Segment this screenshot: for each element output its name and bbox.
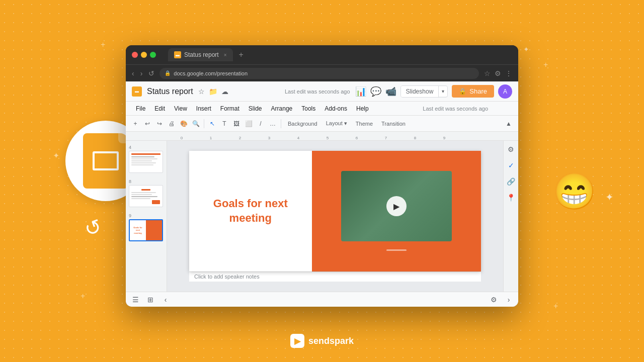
transition-btn[interactable]: Transition <box>377 120 410 128</box>
print-btn[interactable]: 🖨 <box>166 118 177 129</box>
slide-decorative-line <box>386 249 407 251</box>
maximize-window-button[interactable] <box>150 52 156 58</box>
menu-format[interactable]: Format <box>216 104 244 114</box>
menu-icon[interactable]: ⋮ <box>504 68 513 78</box>
shapes-btn[interactable]: ⬜ <box>243 118 254 129</box>
lock-icon: 🔒 <box>165 70 171 76</box>
video-thumbnail[interactable]: ▶ <box>341 171 452 241</box>
zoom-in-btn[interactable]: + <box>130 118 141 129</box>
comments-icon[interactable]: 💬 <box>370 86 381 97</box>
share-button[interactable]: 🔒 Share <box>452 85 494 98</box>
right-panel: ⚙ ✓ 🔗 📍 <box>503 141 518 292</box>
slide-list-view[interactable]: ☰ <box>130 294 141 305</box>
video-call-icon[interactable]: 📹 <box>385 86 396 97</box>
speaker-notes[interactable]: Click to add speaker notes <box>189 272 481 282</box>
slide-thumb-9[interactable]: Goals fornext meeting <box>129 219 163 241</box>
undo-btn[interactable]: ↩ <box>142 118 153 129</box>
emoji-decoration: 😁 <box>552 171 596 212</box>
menu-insert[interactable]: Insert <box>192 104 215 114</box>
ruler-mark-0: 0 <box>167 136 196 140</box>
deco-diamond-1: ✦ <box>605 191 614 203</box>
panel-settings-icon[interactable]: ⚙ <box>506 144 517 155</box>
extensions-icon[interactable]: ⚙ <box>494 68 502 78</box>
slide-grid-view[interactable]: ⊞ <box>145 294 156 305</box>
background-btn[interactable]: Background <box>284 120 321 128</box>
more-btn[interactable]: … <box>267 118 278 129</box>
slide-format-btns: Background Layout ▾ Theme Transition <box>284 119 410 128</box>
slide-panel: 4 8 <box>126 141 167 292</box>
menu-slide[interactable]: Slide <box>245 104 266 114</box>
play-button[interactable]: ▶ <box>386 196 407 216</box>
slide-canvas[interactable]: Goals for next meeting ▶ <box>189 151 481 272</box>
tab-close-button[interactable]: × <box>224 52 227 58</box>
browser-nav: ‹ › ↺ 🔒 docs.google.com/presentation ☆ ⚙… <box>126 64 518 81</box>
paint-format-btn[interactable]: 🎨 <box>178 118 189 129</box>
cloud-status-icon: ☁ <box>221 87 228 96</box>
bookmark-icon[interactable]: ☆ <box>483 68 492 78</box>
collapse-toolbar-btn[interactable]: ▲ <box>503 118 514 129</box>
ruler-mark-7: 7 <box>371 136 400 140</box>
close-window-button[interactable] <box>132 52 138 58</box>
image-btn[interactable]: 🖼 <box>231 118 242 129</box>
slide-thumb-4[interactable] <box>129 151 163 173</box>
cursor-btn[interactable]: ↖ <box>207 118 218 129</box>
text-btn[interactable]: T <box>219 118 230 129</box>
layout-btn[interactable]: Layout ▾ <box>322 119 351 128</box>
move-to-folder-button[interactable]: 📁 <box>209 87 217 96</box>
settings-icon[interactable]: ⚙ <box>488 294 499 305</box>
panel-location-icon[interactable]: 📍 <box>506 192 517 203</box>
browser-tab[interactable]: ▬ Status report × <box>168 48 233 61</box>
panel-link-icon[interactable]: 🔗 <box>506 176 517 187</box>
main-content: 4 8 <box>126 141 518 292</box>
slideshow-button[interactable]: Slideshow ▾ <box>400 85 448 98</box>
slide-thumb-8[interactable] <box>129 185 163 207</box>
autosave-status: Last edit was seconds ago <box>423 106 488 112</box>
star-button[interactable]: ☆ <box>198 87 205 96</box>
sendspark-branding: ▶ sendspark <box>290 334 354 348</box>
toolbar-divider-1 <box>204 119 204 128</box>
redo-btn[interactable]: ↪ <box>154 118 165 129</box>
document-title[interactable]: Status report <box>147 87 193 96</box>
doc-actions: ☆ 📁 ☁ <box>198 87 228 96</box>
menu-bar: File Edit View Insert Format Slide Arran… <box>126 102 518 116</box>
ruler: 0 1 2 3 4 5 6 7 8 9 <box>126 132 518 141</box>
menu-help[interactable]: Help <box>352 104 373 114</box>
address-bar[interactable]: 🔒 docs.google.com/presentation <box>159 68 479 79</box>
menu-arrange[interactable]: Arrange <box>267 104 297 114</box>
bottom-bar-left: ☰ ⊞ ‹ <box>130 294 171 305</box>
canvas-area[interactable]: Goals for next meeting ▶ <box>167 141 503 292</box>
slide-title-line1: Goals for next <box>213 197 288 210</box>
reload-button[interactable]: ↺ <box>147 68 155 78</box>
collapse-panel[interactable]: ‹ <box>160 294 171 305</box>
menu-tools[interactable]: Tools <box>297 104 319 114</box>
minimize-window-button[interactable] <box>141 52 147 58</box>
new-tab-button[interactable]: + <box>239 50 244 59</box>
present-mode-icon[interactable]: 📊 <box>355 86 366 97</box>
forward-button[interactable]: › <box>139 68 144 78</box>
expand-icon[interactable]: › <box>503 294 514 305</box>
slide-right-panel: ▶ <box>312 151 481 272</box>
menu-view[interactable]: View <box>170 104 191 114</box>
tab-favicon: ▬ <box>174 51 181 58</box>
browser-window: ▬ Status report × + ‹ › ↺ 🔒 docs.google.… <box>126 45 518 307</box>
ruler-mark-1: 1 <box>196 136 225 140</box>
bottom-bar-right: ⚙ › <box>488 294 514 305</box>
ruler-mark-4: 4 <box>284 136 313 140</box>
menu-edit[interactable]: Edit <box>150 104 169 114</box>
line-btn[interactable]: / <box>255 118 266 129</box>
menu-addons[interactable]: Add-ons <box>320 104 351 114</box>
panel-check-icon[interactable]: ✓ <box>506 160 517 171</box>
bottom-bar: ☰ ⊞ ‹ ⚙ › <box>126 292 518 307</box>
slideshow-label[interactable]: Slideshow <box>401 86 439 97</box>
menu-file[interactable]: File <box>132 104 149 114</box>
theme-btn[interactable]: Theme <box>352 120 377 128</box>
traffic-lights <box>132 52 156 58</box>
user-avatar[interactable]: A <box>498 84 512 99</box>
slides-file-icon <box>83 133 128 189</box>
sendspark-logo: ▶ <box>290 334 304 348</box>
zoom-btn[interactable]: 🔍 <box>190 118 201 129</box>
back-button[interactable]: ‹ <box>131 68 135 78</box>
slideshow-dropdown[interactable]: ▾ <box>439 86 447 96</box>
ruler-mark-8: 8 <box>400 136 430 140</box>
ruler-mark-6: 6 <box>342 136 371 140</box>
